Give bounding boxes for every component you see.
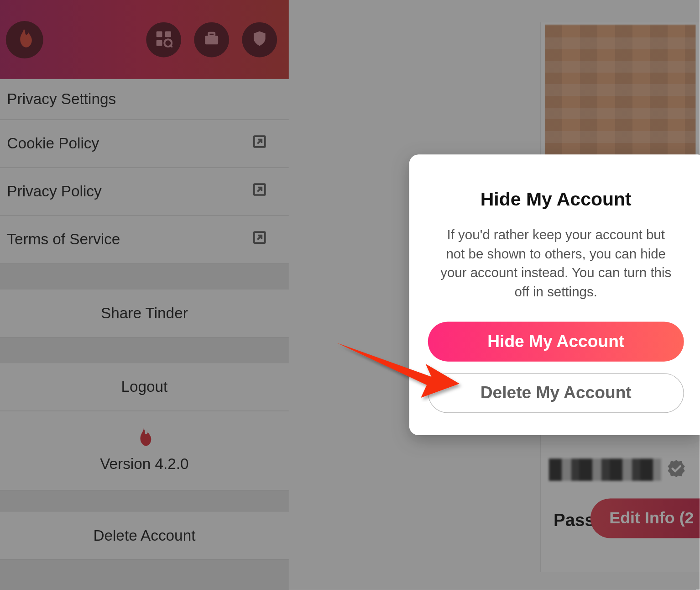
button-label: Hide My Account [487, 332, 624, 351]
delete-my-account-button[interactable]: Delete My Account [428, 373, 684, 413]
hide-account-modal: Hide My Account If you'd rather keep you… [409, 154, 700, 435]
hide-my-account-button[interactable]: Hide My Account [428, 321, 684, 361]
modal-description: If you'd rather keep your account but no… [428, 225, 684, 301]
modal-title: Hide My Account [481, 188, 632, 210]
button-label: Delete My Account [481, 383, 632, 402]
